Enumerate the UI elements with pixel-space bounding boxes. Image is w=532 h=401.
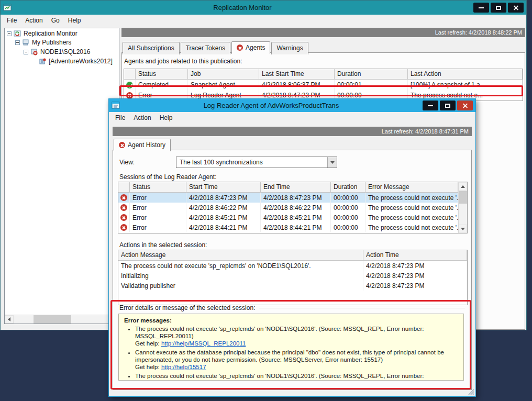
column-header-icon[interactable]	[118, 182, 130, 193]
scrollbar-track[interactable]	[14, 315, 110, 324]
sessions-vertical-scrollbar[interactable]	[458, 182, 467, 233]
dropdown-button[interactable]	[327, 157, 337, 168]
scrollbar-thumb[interactable]	[34, 315, 71, 324]
menu-go[interactable]: Go	[47, 16, 64, 25]
actions-label: Actions in the selected session:	[119, 241, 207, 249]
menu-action[interactable]: Action	[21, 16, 47, 25]
maximize-button[interactable]	[440, 101, 456, 110]
session-row[interactable]: Error 4/2/2018 8:46:22 PM 4/2/2018 8:46:…	[118, 203, 458, 213]
column-header-status[interactable]: Status	[136, 69, 188, 80]
collapse-icon[interactable]	[15, 40, 20, 45]
tree-item-label: NODE1\SQL2016	[40, 48, 90, 55]
error-message-item: The process could not execute 'sp_replcm…	[135, 325, 458, 347]
tab-label: Tracer Tokens	[186, 44, 225, 52]
column-header-icon[interactable]	[124, 69, 136, 80]
error-icon	[120, 224, 127, 231]
arrow-down-icon	[461, 228, 465, 230]
column-header-last-action[interactable]: Last Action	[408, 69, 523, 80]
tab-all-subscriptions[interactable]: All Subscriptions	[123, 42, 180, 54]
menu-help[interactable]: Help	[64, 16, 85, 25]
arrow-up-icon	[461, 185, 465, 188]
close-icon	[513, 5, 519, 10]
maximize-icon	[445, 104, 450, 108]
tree-item-node1-sql2016[interactable]: NODE1\SQL2016	[5, 47, 119, 57]
close-button[interactable]	[457, 101, 473, 110]
scroll-down-button[interactable]	[459, 225, 467, 233]
actions-table: Action Message Action Time The process c…	[118, 250, 468, 305]
tab-tracer-tokens[interactable]: Tracer Tokens	[181, 42, 230, 54]
cell-job: Snapshot Agent	[188, 80, 259, 90]
minimize-icon	[428, 105, 433, 106]
agent-history-tab-page: View: The last 100 synchronizations Sess…	[113, 150, 472, 390]
error-message-text: The process could not execute 'sp_replcm…	[135, 326, 424, 339]
tab-warnings[interactable]: Warnings	[271, 42, 308, 54]
scroll-up-button[interactable]	[459, 182, 467, 191]
column-header-job[interactable]: Job	[188, 69, 259, 80]
column-header-end-time[interactable]: End Time	[261, 182, 331, 193]
column-header-start-time[interactable]: Start Time	[186, 182, 261, 193]
tab-agents[interactable]: Agents	[231, 41, 270, 54]
column-header-duration[interactable]: Duration	[331, 182, 365, 193]
close-button[interactable]	[508, 3, 524, 13]
tree-item-label: Replication Monitor	[24, 30, 77, 37]
publication-icon	[39, 58, 47, 65]
agents-table: Status Job Last Start Time Duration Last…	[124, 69, 523, 101]
tree-horizontal-scrollbar[interactable]	[5, 315, 119, 324]
menu-action[interactable]: Action	[129, 113, 155, 122]
tree-pane: Replication Monitor My Publishers NODE1\…	[4, 28, 119, 324]
maximize-button[interactable]	[491, 3, 506, 13]
action-row[interactable]: The process could not execute 'sp_replcm…	[118, 261, 467, 271]
collapse-icon[interactable]	[24, 50, 28, 54]
menu-help[interactable]: Help	[156, 113, 177, 122]
help-link[interactable]: http://help/MSSQL_REPL20011	[161, 340, 246, 347]
column-header-action-message[interactable]: Action Message	[118, 250, 363, 261]
tree-item-adventureworks2012[interactable]: [AdventureWorks2012]	[5, 57, 119, 66]
column-header-last-start-time[interactable]: Last Start Time	[259, 69, 335, 80]
menu-file[interactable]: File	[3, 16, 21, 25]
view-dropdown[interactable]: The last 100 synchronizations	[176, 157, 337, 168]
main-window-title: Replication Monitor	[12, 4, 473, 12]
cell-status: Error	[130, 203, 186, 213]
error-icon	[120, 194, 127, 201]
dialog-tabs: Agent History	[114, 139, 172, 152]
minimize-button[interactable]	[423, 101, 438, 110]
success-icon	[126, 82, 133, 88]
publishers-icon	[22, 39, 30, 46]
cell-start-time: 4/2/2018 8:46:22 PM	[186, 203, 261, 213]
help-link[interactable]: http://help/15517	[161, 364, 206, 370]
dialog-menubar: File Action Help	[109, 112, 475, 123]
error-message-item: The process could not execute 'sp_replcm…	[135, 372, 458, 381]
session-row[interactable]: Error 4/2/2018 8:44:21 PM 4/2/2018 8:44:…	[118, 222, 458, 232]
tab-label: Warnings	[276, 44, 303, 52]
column-header-action-time[interactable]: Action Time	[363, 250, 467, 261]
action-row[interactable]: Validating publisher 4/2/2018 8:47:23 PM	[118, 281, 467, 291]
collapse-icon[interactable]	[7, 31, 12, 36]
cell-end-time: 4/2/2018 8:46:22 PM	[261, 203, 331, 213]
cell-last-action: [100%] A snapshot of 1 a...	[408, 80, 523, 90]
tree-item-replication-monitor[interactable]: Replication Monitor	[5, 28, 119, 38]
menu-file[interactable]: File	[111, 113, 129, 122]
sessions-table: Status Start Time End Time Duration Erro…	[118, 182, 468, 233]
cell-action-time: 4/2/2018 8:47:23 PM	[363, 271, 467, 281]
column-header-error-message[interactable]: Error Message	[365, 182, 458, 193]
main-titlebar[interactable]: Replication Monitor	[1, 1, 526, 15]
cell-duration: 00:00:00	[331, 203, 365, 213]
cell-action-time: 4/2/2018 8:47:23 PM	[363, 261, 467, 271]
column-header-status[interactable]: Status	[130, 182, 186, 193]
cell-action-message: Validating publisher	[118, 281, 363, 291]
tab-agent-history[interactable]: Agent History	[114, 139, 171, 151]
resize-grip[interactable]	[468, 388, 474, 395]
action-row[interactable]: Initializing 4/2/2018 8:47:23 PM	[118, 271, 467, 281]
minimize-button[interactable]	[473, 3, 489, 13]
tree-item-my-publishers[interactable]: My Publishers	[5, 38, 119, 47]
agents-table-header: Status Job Last Start Time Duration Last…	[124, 69, 523, 80]
scrollbar-thumb[interactable]	[459, 191, 467, 204]
cell-start-time: 4/2/2018 8:47:23 PM	[186, 193, 261, 203]
error-icon	[120, 214, 127, 221]
dialog-titlebar[interactable]: Log Reader Agent of AdvWorksProductTrans	[109, 99, 475, 112]
table-row[interactable]: Completed Snapshot Agent 4/2/2018 8:06:3…	[124, 80, 523, 90]
session-row-selected[interactable]: Error 4/2/2018 8:47:23 PM 4/2/2018 8:47:…	[118, 193, 458, 203]
column-header-duration[interactable]: Duration	[335, 69, 408, 80]
scroll-left-button[interactable]	[5, 315, 14, 324]
session-row[interactable]: Error 4/2/2018 8:45:21 PM 4/2/2018 8:45:…	[118, 213, 458, 222]
